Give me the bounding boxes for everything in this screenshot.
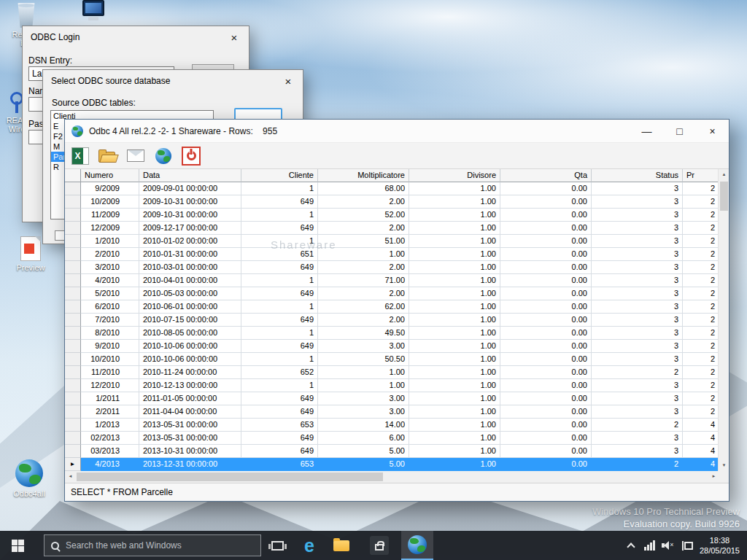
grid-row[interactable]: 11/20092009-10-31 00:00:00152.001.000.00… xyxy=(65,209,719,222)
row-selector[interactable] xyxy=(65,248,81,261)
grid-row[interactable]: 12/20102010-12-13 00:00:0011.001.000.003… xyxy=(65,379,719,392)
grid-cell[interactable]: 652 xyxy=(241,366,318,379)
grid-cell[interactable]: 0.00 xyxy=(500,392,592,405)
row-selector[interactable] xyxy=(65,235,81,248)
grid-cell[interactable]: 0.00 xyxy=(500,314,592,327)
grid-cell[interactable]: 2011-01-05 00:00:00 xyxy=(139,392,241,405)
row-selector[interactable] xyxy=(65,274,81,287)
row-selector[interactable] xyxy=(65,392,81,405)
grid-cell[interactable]: 0.00 xyxy=(500,432,592,445)
grid-row[interactable]: 02/20132013-05-31 00:00:006496.001.000.0… xyxy=(65,432,719,445)
grid-cell[interactable]: 50.50 xyxy=(318,353,409,366)
grid-cell[interactable]: 1.00 xyxy=(409,379,500,392)
notifications-tray-button[interactable] xyxy=(677,531,695,560)
grid-cell[interactable]: 3 xyxy=(592,209,683,222)
grid-cell[interactable]: 3 xyxy=(592,235,683,248)
column-header[interactable]: Moltiplicatore xyxy=(318,169,409,182)
grid-cell[interactable]: 2010-01-02 00:00:00 xyxy=(139,235,241,248)
grid-row[interactable]: 03/20132013-10-31 00:00:006495.001.000.0… xyxy=(65,445,719,458)
grid-cell[interactable]: 649 xyxy=(241,392,318,405)
grid-cell[interactable]: 653 xyxy=(241,419,318,432)
grid-cell[interactable]: 3 xyxy=(592,327,683,340)
grid-cell[interactable]: 2.00 xyxy=(318,314,409,327)
grid-cell[interactable]: 649 xyxy=(241,340,318,353)
grid-cell[interactable]: 1.00 xyxy=(409,222,500,235)
grid-cell[interactable]: 3.00 xyxy=(318,405,409,419)
grid-cell[interactable]: 1.00 xyxy=(409,248,500,261)
grid-cell[interactable]: 2 xyxy=(683,300,719,314)
horizontal-scroll-thumb[interactable] xyxy=(77,472,383,481)
row-selector[interactable] xyxy=(65,340,81,353)
grid-cell[interactable]: 2 xyxy=(683,222,719,235)
row-selector[interactable] xyxy=(65,366,81,379)
row-selector[interactable] xyxy=(65,300,81,314)
grid-cell[interactable]: 3 xyxy=(592,445,683,458)
export-excel-button[interactable] xyxy=(70,146,90,166)
grid-cell[interactable]: 3 xyxy=(592,340,683,353)
row-selector[interactable] xyxy=(65,287,81,300)
grid-cell[interactable]: 2013-10-31 00:00:00 xyxy=(139,445,241,458)
grid-cell[interactable]: 0.00 xyxy=(500,419,592,432)
grid-cell[interactable]: 14.00 xyxy=(318,419,409,432)
grid-cell[interactable]: 2 xyxy=(683,195,719,209)
row-selector[interactable] xyxy=(65,182,81,195)
grid-cell[interactable]: 3 xyxy=(592,287,683,300)
open-button[interactable] xyxy=(98,146,118,166)
grid-cell[interactable]: 1 xyxy=(241,235,318,248)
row-selector[interactable] xyxy=(65,379,81,392)
grid-row[interactable]: 2/20102010-01-31 00:00:006511.001.000.00… xyxy=(65,248,719,261)
row-selector[interactable] xyxy=(65,327,81,340)
row-selector[interactable]: ► xyxy=(65,458,81,471)
grid-cell[interactable]: 2010-06-01 00:00:00 xyxy=(139,300,241,314)
grid-cell[interactable]: 2.00 xyxy=(318,287,409,300)
grid-cell[interactable]: 649 xyxy=(241,195,318,209)
grid-cell[interactable]: 1.00 xyxy=(409,419,500,432)
grid-cell[interactable]: 2 xyxy=(683,327,719,340)
grid-cell[interactable]: 2010-03-01 00:00:00 xyxy=(139,261,241,274)
grid-cell[interactable]: 8/2010 xyxy=(81,327,139,340)
grid-row[interactable]: 6/20102010-06-01 00:00:00162.001.000.003… xyxy=(65,300,719,314)
grid-cell[interactable]: 1.00 xyxy=(409,340,500,353)
grid-cell[interactable]: 5.00 xyxy=(318,458,409,471)
grid-cell[interactable]: 1.00 xyxy=(409,235,500,248)
grid-cell[interactable]: 0.00 xyxy=(500,261,592,274)
grid-cell[interactable]: 0.00 xyxy=(500,405,592,419)
grid-cell[interactable]: 1 xyxy=(241,379,318,392)
network-tray-button[interactable] xyxy=(640,531,659,560)
grid-cell[interactable]: 2010-10-06 00:00:00 xyxy=(139,340,241,353)
grid-cell[interactable]: 2010-12-13 00:00:00 xyxy=(139,379,241,392)
grid-cell[interactable]: 1/2013 xyxy=(81,419,139,432)
column-header[interactable]: Qta xyxy=(500,169,592,182)
grid-cell[interactable]: 1 xyxy=(241,300,318,314)
grid-cell[interactable]: 4 xyxy=(683,458,719,471)
grid-cell[interactable]: 1.00 xyxy=(409,300,500,314)
grid-cell[interactable]: 1.00 xyxy=(409,353,500,366)
grid-cell[interactable]: 2010-07-15 00:00:00 xyxy=(139,314,241,327)
grid-cell[interactable]: 0.00 xyxy=(500,300,592,314)
grid-cell[interactable]: 03/2013 xyxy=(81,445,139,458)
grid-cell[interactable]: 3 xyxy=(592,392,683,405)
grid-cell[interactable]: 0.00 xyxy=(500,445,592,458)
grid-cell[interactable]: 1.00 xyxy=(409,445,500,458)
grid-cell[interactable]: 3 xyxy=(592,405,683,419)
grid-cell[interactable]: 3 xyxy=(592,222,683,235)
grid-row[interactable]: 5/20102010-05-03 00:00:006492.001.000.00… xyxy=(65,287,719,300)
row-selector[interactable] xyxy=(65,261,81,274)
grid-cell[interactable]: 2 xyxy=(683,261,719,274)
grid-cell[interactable]: 649 xyxy=(241,314,318,327)
grid-cell[interactable]: 1 xyxy=(241,209,318,222)
grid-cell[interactable]: 3 xyxy=(592,300,683,314)
grid-cell[interactable]: 2011-04-04 00:00:00 xyxy=(139,405,241,419)
grid-cell[interactable]: 2 xyxy=(592,366,683,379)
grid-cell[interactable]: 2 xyxy=(683,405,719,419)
grid-cell[interactable]: 3.00 xyxy=(318,340,409,353)
column-header[interactable]: Divisore xyxy=(409,169,500,182)
scroll-up-icon[interactable]: ▲ xyxy=(719,169,729,180)
grid-cell[interactable]: 2 xyxy=(683,379,719,392)
desktop-icon-odbc4all[interactable]: Odbc4all xyxy=(7,459,51,498)
desktop-icon-shortcut[interactable] xyxy=(73,0,114,16)
grid-cell[interactable]: 1/2010 xyxy=(81,235,139,248)
grid-cell[interactable]: 3 xyxy=(592,379,683,392)
mail-button[interactable] xyxy=(125,146,146,166)
grid-cell[interactable]: 2 xyxy=(683,235,719,248)
